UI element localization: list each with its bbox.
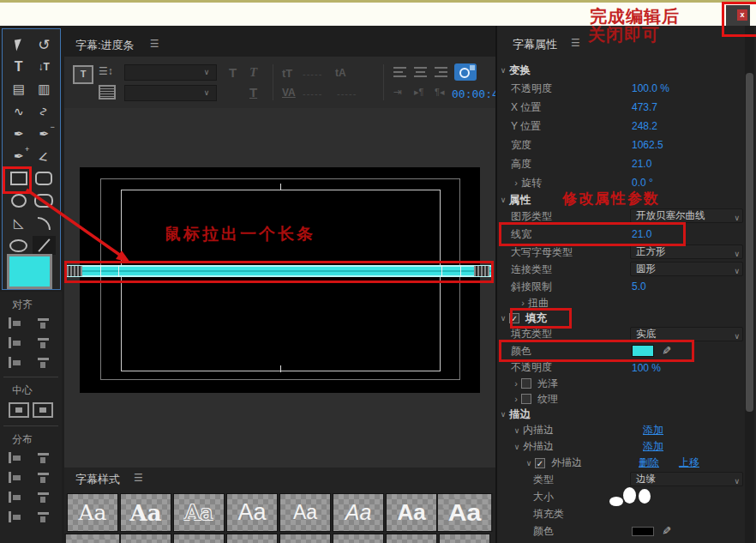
selection-handle-left[interactable] [67, 266, 82, 276]
style-swatch-r1-5[interactable]: Aa [279, 493, 331, 532]
section-fill[interactable]: ∨ ✓ 填充 [497, 311, 746, 326]
delete-stroke-link[interactable]: 删除 [639, 456, 659, 470]
kerning-icon[interactable]: tA [335, 67, 346, 79]
chevron-down-icon[interactable]: ∨ [511, 426, 523, 435]
underline-button[interactable]: T [249, 85, 257, 100]
pen-tool-icon[interactable]: ✒ [7, 124, 30, 143]
distribute-button-4[interactable] [33, 471, 53, 484]
opacity-value[interactable]: 100.0 % [632, 82, 669, 94]
chevron-right-icon[interactable]: › [511, 178, 521, 188]
outer-stroke-checkbox[interactable]: ✓ [535, 458, 545, 468]
eyedropper-icon[interactable]: ✎ [660, 526, 673, 535]
selection-handle-right[interactable] [474, 266, 489, 276]
fill-opacity-value[interactable]: 100 % [632, 362, 661, 374]
chevron-right-icon[interactable]: › [511, 394, 521, 404]
title-canvas[interactable]: 鼠标拉出一个长条 [64, 108, 495, 468]
distribute-button-1[interactable] [9, 451, 29, 464]
selection-tool-icon[interactable] [7, 35, 30, 54]
delete-anchor-point-tool-icon[interactable]: ✒− [33, 124, 56, 143]
align-button-6[interactable] [33, 356, 53, 369]
texture-checkbox[interactable] [521, 394, 531, 404]
roll-crawl-options-icon[interactable]: ☰↕ [99, 65, 113, 77]
style-swatch-r2-7[interactable]: Aa [386, 534, 437, 543]
stroke-color-swatch[interactable] [632, 527, 654, 536]
style-swatch-r2-8[interactable]: Aa [439, 534, 490, 543]
chevron-down-icon[interactable]: ∨ [511, 443, 523, 451]
type-tool-icon[interactable]: T [7, 57, 30, 76]
path-type-tool-icon[interactable]: ∿ [7, 102, 30, 121]
x-position-value[interactable]: 473.7 [632, 101, 657, 113]
style-swatch-r2-2[interactable]: Aa [120, 534, 171, 543]
style-swatch-r2-4[interactable]: Aa [226, 534, 278, 543]
move-up-stroke-link[interactable]: 上移 [679, 456, 699, 470]
add-anchor-point-tool-icon[interactable]: ✒+ [7, 147, 30, 166]
add-outer-stroke-link[interactable]: 添加 [643, 439, 663, 454]
convert-anchor-point-tool-icon[interactable]: ∠ [33, 147, 56, 166]
selection-handle[interactable] [100, 265, 101, 277]
new-title-icon[interactable]: T [73, 65, 93, 84]
stroke-type-select[interactable]: 边缘 ∨ [630, 472, 743, 486]
rotation-tool-icon[interactable]: ↺ [33, 35, 56, 54]
distribute-button-8[interactable] [33, 510, 53, 523]
fill-checkbox[interactable]: ✓ [509, 313, 519, 323]
tab-stops-icon[interactable]: ⇥ [393, 86, 402, 98]
rounded-rectangle-tool-icon[interactable] [33, 169, 56, 188]
fill-color-swatch[interactable] [632, 345, 654, 357]
align-button-2[interactable] [33, 317, 53, 329]
style-swatch-r2-3[interactable]: Aa [173, 534, 225, 543]
area-type-tool-icon[interactable]: ▤ [7, 80, 30, 99]
distribute-button-2[interactable] [33, 451, 53, 464]
style-swatch-r1-3[interactable]: Aa [173, 493, 225, 532]
paragraph-rtl-icon[interactable]: ¶◂ [435, 87, 444, 98]
style-swatch-r1-2[interactable]: Aa [120, 493, 171, 532]
panel-menu-icon[interactable]: ☰ [134, 472, 143, 487]
style-swatch-r1-1[interactable]: Aa [67, 493, 118, 532]
chevron-right-icon[interactable]: › [518, 298, 528, 308]
align-button-5[interactable] [9, 356, 29, 369]
panel-menu-icon[interactable]: ☰ [571, 37, 580, 52]
y-position-value[interactable]: 248.2 [632, 120, 657, 132]
style-swatch-r1-7[interactable]: Aa [386, 493, 437, 532]
sheen-checkbox[interactable] [521, 378, 531, 389]
style-swatch-r2-5[interactable]: Aa [279, 534, 331, 543]
rounded-pill-tool-icon[interactable] [33, 191, 56, 210]
align-right-icon[interactable] [435, 67, 447, 77]
font-size-slider[interactable]: ----- [303, 69, 322, 79]
wedge-tool-icon[interactable]: ◺ [7, 214, 30, 232]
tracking-icon[interactable]: VA [282, 87, 296, 99]
graphic-type-select[interactable]: 开放贝塞尔曲线 ∨ [630, 208, 743, 223]
vertical-area-type-tool-icon[interactable]: ▥ [33, 80, 56, 99]
cap-type-select[interactable]: 正方形 ∨ [630, 244, 743, 259]
style-swatch-r1-4[interactable]: Aa [226, 493, 278, 532]
distribute-button-6[interactable] [33, 491, 53, 504]
tracking-slider[interactable]: ----- [303, 88, 322, 99]
section-transform[interactable]: ∨ 变换 [497, 62, 746, 79]
distribute-button-7[interactable] [9, 510, 29, 523]
ellipse-circle-tool-icon[interactable] [7, 191, 30, 210]
paragraph-ltr-icon[interactable]: ▸¶ [414, 87, 423, 98]
height-value[interactable]: 21.0 [632, 158, 651, 170]
distribute-button-5[interactable] [9, 491, 29, 504]
section-strokes[interactable]: ∨ 描边 [497, 407, 746, 422]
line-width-value[interactable]: 21.0 [632, 228, 651, 240]
current-fill-color-swatch[interactable] [7, 254, 52, 289]
eyedropper-icon[interactable]: ✎ [660, 346, 673, 355]
style-swatch-r2-6[interactable]: Aa [333, 534, 384, 543]
style-swatch-r2-1[interactable]: Aa [65, 534, 121, 543]
scrollbar-thumb[interactable] [746, 73, 753, 412]
font-family-select[interactable]: ∨ [124, 64, 217, 81]
row-distort[interactable]: › 扭曲 [497, 295, 746, 311]
selection-handle[interactable] [441, 265, 442, 277]
ellipse-tool-icon[interactable] [7, 236, 30, 255]
align-left-icon[interactable] [393, 67, 406, 77]
bold-button[interactable]: T [229, 65, 237, 80]
templates-icon[interactable] [99, 85, 116, 100]
fill-type-select[interactable]: 实底 ∨ [630, 327, 743, 341]
center-button-1[interactable] [9, 402, 29, 418]
style-swatch-r1-8[interactable]: Aa [437, 493, 493, 532]
section-attributes[interactable]: ∨ 属性 修改属性参数 [497, 192, 746, 208]
align-button-3[interactable] [9, 336, 29, 349]
chevron-right-icon[interactable]: › [511, 378, 521, 389]
rotation-value[interactable]: 0.0 ° [632, 177, 653, 189]
width-value[interactable]: 1062.5 [632, 139, 663, 151]
